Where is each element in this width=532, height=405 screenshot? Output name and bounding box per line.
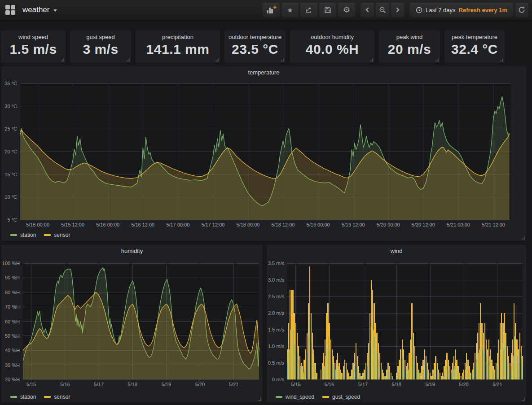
panel-title[interactable]: outdoor temperature xyxy=(224,30,286,40)
svg-text:3.0 m/s: 3.0 m/s xyxy=(268,277,285,283)
add-panel-button[interactable]: + xyxy=(263,3,280,17)
legend: station sensor xyxy=(1,230,526,240)
svg-text:5 °C: 5 °C xyxy=(7,217,17,222)
add-panel-icon: + xyxy=(267,6,276,13)
stat-panel-wind-speed: wind speed 1.5 m/s xyxy=(1,30,66,63)
svg-text:5/17: 5/17 xyxy=(94,382,103,387)
svg-text:5/19: 5/19 xyxy=(162,382,171,387)
panel-title[interactable]: peak wind xyxy=(379,30,440,40)
navbar-actions: + ★ ⚙ xyxy=(261,3,528,17)
resize-handle[interactable] xyxy=(522,398,525,401)
svg-text:5/17 12:00: 5/17 12:00 xyxy=(201,222,224,227)
legend-item-wind-speed[interactable]: wind_speed xyxy=(276,394,314,400)
svg-text:5/18: 5/18 xyxy=(128,382,137,387)
svg-text:5/21: 5/21 xyxy=(492,382,502,387)
legend-item-sensor[interactable]: sensor xyxy=(44,394,70,400)
wind-chart[interactable]: 5/155/165/175/185/195/205/210 m/s0.5 m/s… xyxy=(267,257,526,392)
zoom-out-button[interactable] xyxy=(376,3,389,17)
navbar: weather + ★ ⚙ xyxy=(0,0,532,20)
resize-handle[interactable] xyxy=(370,58,373,61)
resize-handle[interactable] xyxy=(435,58,439,61)
temperature-chart[interactable]: 5/15 00:005/15 12:005/16 00:005/16 12:00… xyxy=(1,78,526,230)
legend-item-station[interactable]: station xyxy=(10,232,36,238)
star-icon: ★ xyxy=(287,7,293,13)
panel-title[interactable]: wind speed xyxy=(1,30,66,40)
zoom-out-icon xyxy=(379,6,387,14)
panel-title[interactable]: precipitation xyxy=(136,30,220,40)
svg-text:5/20: 5/20 xyxy=(195,382,205,387)
svg-text:80 %H: 80 %H xyxy=(5,290,20,295)
time-picker-button[interactable]: Last 7 days Refresh every 1m xyxy=(410,3,513,17)
svg-text:5/15 00:00: 5/15 00:00 xyxy=(26,222,49,227)
stat-panel-precipitation: precipitation 141.1 mm xyxy=(136,30,220,63)
svg-text:5/16: 5/16 xyxy=(325,382,334,387)
share-button[interactable] xyxy=(300,3,317,17)
svg-text:5/20 00:00: 5/20 00:00 xyxy=(377,222,400,227)
grafana-menu-icon[interactable] xyxy=(5,5,15,15)
svg-text:10 °C: 10 °C xyxy=(4,194,17,200)
svg-text:2.5 m/s: 2.5 m/s xyxy=(268,294,285,299)
panel-title[interactable]: outdoor humidity xyxy=(290,30,374,40)
svg-text:5/17 00:00: 5/17 00:00 xyxy=(166,222,189,227)
series-swatch xyxy=(44,396,51,398)
legend-label: gust_speed xyxy=(332,394,360,400)
share-icon xyxy=(305,6,312,13)
resize-handle[interactable] xyxy=(258,398,261,401)
panel-title[interactable]: gust speed xyxy=(70,30,131,40)
stat-panel-outdoor-humidity: outdoor humidity 40.0 %H xyxy=(290,30,374,63)
time-forward-button[interactable] xyxy=(391,3,404,17)
legend-item-gust-speed[interactable]: gust_speed xyxy=(322,394,360,400)
time-back-button[interactable] xyxy=(361,3,374,17)
resize-handle[interactable] xyxy=(215,58,219,61)
legend-item-station[interactable]: station xyxy=(10,394,36,400)
stat-panel-peak-wind: peak wind 20 m/s xyxy=(379,30,440,63)
save-button[interactable] xyxy=(319,3,336,17)
series-swatch xyxy=(322,396,329,398)
svg-text:30 °C: 30 °C xyxy=(4,104,17,109)
legend-label: station xyxy=(20,394,36,400)
star-button[interactable]: ★ xyxy=(281,3,299,17)
legend-label: sensor xyxy=(54,394,70,400)
svg-text:0 m/s: 0 m/s xyxy=(272,377,284,382)
svg-text:5/19 00:00: 5/19 00:00 xyxy=(307,222,330,227)
svg-text:5/18 00:00: 5/18 00:00 xyxy=(236,222,259,227)
clock-icon xyxy=(416,7,422,13)
panel-title[interactable]: humidity xyxy=(1,245,263,257)
svg-text:15 °C: 15 °C xyxy=(4,172,17,177)
resize-handle[interactable] xyxy=(127,58,130,61)
legend-item-sensor[interactable]: sensor xyxy=(44,232,70,238)
legend-label: sensor xyxy=(54,232,70,238)
svg-text:30 %H: 30 %H xyxy=(5,362,20,368)
svg-text:60 %H: 60 %H xyxy=(5,319,20,324)
stat-panels-row: wind speed 1.5 m/s gust speed 3 m/s prec… xyxy=(1,30,532,63)
dashboard-title-dropdown[interactable]: weather xyxy=(22,5,57,14)
svg-text:5/15: 5/15 xyxy=(26,382,36,387)
stat-value: 32.4 °C xyxy=(444,42,505,57)
legend-label: wind_speed xyxy=(286,394,314,400)
settings-button[interactable]: ⚙ xyxy=(338,3,355,17)
stat-value: 40.0 %H xyxy=(290,42,374,57)
humidity-chart[interactable]: 5/155/165/175/185/195/205/2120 %H30 %H40… xyxy=(1,257,263,392)
dashboard-title: weather xyxy=(22,5,49,14)
resize-handle[interactable] xyxy=(500,58,503,61)
stat-value: 3 m/s xyxy=(70,42,131,57)
resize-handle[interactable] xyxy=(522,236,525,240)
panel-title[interactable]: temperature xyxy=(1,66,526,78)
svg-text:5/16 00:00: 5/16 00:00 xyxy=(96,222,119,227)
svg-text:20 °C: 20 °C xyxy=(4,149,17,154)
svg-text:5/17: 5/17 xyxy=(358,382,368,387)
svg-text:40 %H: 40 %H xyxy=(5,348,20,353)
svg-text:3.5 m/s: 3.5 m/s xyxy=(268,261,285,266)
stat-panel-gust-speed: gust speed 3 m/s xyxy=(70,30,131,63)
resize-handle[interactable] xyxy=(281,58,284,61)
panel-title[interactable]: wind xyxy=(267,245,526,257)
refresh-button[interactable] xyxy=(515,3,528,17)
save-icon xyxy=(324,6,331,13)
svg-text:1.5 m/s: 1.5 m/s xyxy=(268,327,285,332)
series-swatch xyxy=(10,396,17,398)
panel-title[interactable]: peak temperature xyxy=(444,30,505,40)
gear-icon: ⚙ xyxy=(343,6,350,14)
series-swatch xyxy=(44,234,51,236)
resize-handle[interactable] xyxy=(61,58,64,61)
temperature-panel: temperature 5/15 00:005/15 12:005/16 00:… xyxy=(1,66,526,241)
